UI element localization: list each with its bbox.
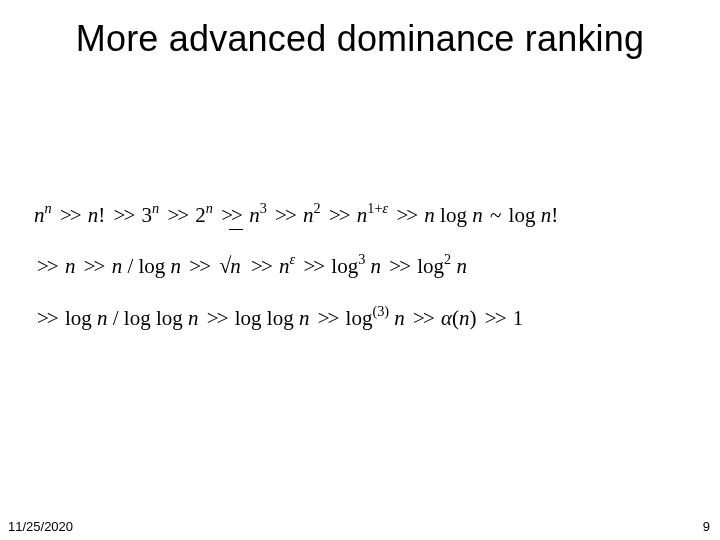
- formula-line-1: nn >> n! >> 3n >> 2n >> n3 >> n2 >> n1+ε…: [34, 190, 686, 240]
- sqrt-icon: √n: [217, 240, 243, 293]
- slide-title: More advanced dominance ranking: [0, 18, 720, 60]
- footer-date: 11/25/2020: [8, 519, 73, 534]
- footer-page-number: 9: [703, 519, 710, 534]
- slide: More advanced dominance ranking nn >> n!…: [0, 0, 720, 540]
- formula-line-3: >> log n / log log n >> log log n >> log…: [34, 293, 686, 343]
- formula-block: nn >> n! >> 3n >> 2n >> n3 >> n2 >> n1+ε…: [34, 190, 686, 344]
- formula-line-2: >> n >> n / log n >> √n >> nε >> log3 n …: [34, 240, 686, 293]
